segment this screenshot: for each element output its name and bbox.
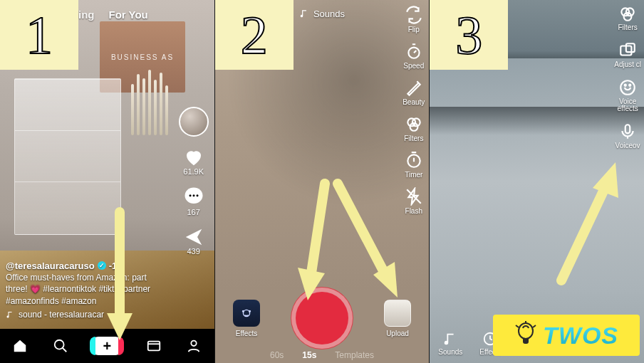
flash-label: Flash <box>405 207 422 215</box>
username: @teresalauracaruso <box>6 260 95 273</box>
sounds-label: Sounds <box>438 348 462 356</box>
music-note-icon <box>299 9 309 19</box>
svg-rect-21 <box>626 43 635 52</box>
effects-icon <box>233 300 260 327</box>
tab-60s[interactable]: 60s <box>270 350 284 360</box>
step-badge-1: 1 <box>0 0 78 70</box>
twos-watermark: TWOS <box>493 315 640 356</box>
voice-effects-icon <box>618 78 637 97</box>
svg-point-16 <box>249 310 251 312</box>
duration-tabs: 60s 15s Templates <box>215 350 430 360</box>
filters-icon <box>405 115 423 133</box>
filters-button[interactable]: Filters <box>618 4 638 31</box>
adjust-clips-button[interactable]: Adjust cl <box>614 41 641 68</box>
svg-point-8 <box>408 48 419 58</box>
tab-15s[interactable]: 15s <box>302 350 316 360</box>
svg-point-11 <box>410 123 417 131</box>
decor-pens <box>110 57 189 135</box>
annotation-arrow-to-upload <box>329 178 407 306</box>
microphone-icon <box>618 122 637 141</box>
voice-effects-button[interactable]: Voice effects <box>617 78 638 112</box>
share-count: 439 <box>187 247 199 256</box>
voiceover-label: Voiceov <box>616 142 640 149</box>
flip-icon <box>405 6 423 24</box>
speed-button[interactable]: Speed <box>403 42 424 70</box>
sound-row[interactable]: sound - teresalauracar <box>6 309 172 320</box>
home-icon <box>12 338 28 354</box>
music-note-icon <box>6 310 14 319</box>
timer-button[interactable]: Timer <box>405 151 423 179</box>
author-avatar[interactable] <box>179 107 209 137</box>
svg-point-1 <box>189 194 191 196</box>
svg-line-28 <box>516 325 519 327</box>
tab-templates[interactable]: Templates <box>335 350 374 360</box>
sound-name: sound - teresalauracar <box>19 309 104 320</box>
svg-rect-6 <box>148 342 160 351</box>
svg-point-19 <box>624 13 632 21</box>
comment-icon <box>183 186 204 207</box>
timer-label: Timer <box>405 171 422 179</box>
nav-home[interactable] <box>12 338 28 354</box>
flip-label: Flip <box>408 26 420 33</box>
panel-1-feed: BUSINESS AS 1 ing For You 61.9K 167 <box>0 0 214 363</box>
effects-label: Effects <box>233 330 260 337</box>
svg-point-15 <box>243 310 244 312</box>
inbox-icon <box>146 338 162 354</box>
upload-label: Upload <box>384 330 411 337</box>
panel-3-editor: 3 Filters Adjust cl Voice effects Voiceo… <box>429 0 644 363</box>
lightbulb-icon <box>514 321 537 349</box>
annotation-arrow-down <box>100 206 140 349</box>
caption-line: #amazonfinds #amazon <box>6 295 172 307</box>
timer-icon <box>405 151 423 169</box>
music-note-icon <box>442 331 458 347</box>
nav-discover[interactable] <box>53 338 68 354</box>
panel-2-camera: 2 Sounds Flip Speed Beauty Filters Timer <box>214 0 430 363</box>
feed-action-rail: 61.9K 167 439 <box>179 107 209 256</box>
svg-point-22 <box>620 80 635 95</box>
filters-icon <box>618 4 637 23</box>
svg-point-7 <box>192 341 197 346</box>
speed-icon <box>405 42 423 60</box>
editor-tool-rail: Filters Adjust cl Voice effects Voiceov <box>614 4 641 149</box>
step-badge-2: 2 <box>215 0 294 70</box>
effects-button[interactable]: Effects <box>233 300 260 337</box>
svg-point-4 <box>55 340 64 349</box>
filters-button[interactable]: Filters <box>404 115 423 142</box>
like-count: 61.9K <box>183 167 204 176</box>
username-row[interactable]: @teresalauracaruso -12 <box>6 260 172 273</box>
svg-line-29 <box>533 325 536 327</box>
feed-caption: @teresalauracaruso -12 Office must-haves… <box>6 260 172 320</box>
step-badge-3: 3 <box>430 0 508 70</box>
nav-me[interactable] <box>186 338 202 354</box>
sounds-button[interactable]: Sounds <box>438 331 462 356</box>
tab-for-you[interactable]: For You <box>102 9 155 21</box>
editor-bottom-row: Sounds Effects <box>438 331 501 356</box>
adjust-clips-label: Adjust cl <box>614 60 641 68</box>
voice-effects-label-2: effects <box>617 105 638 112</box>
share-icon <box>183 226 204 246</box>
decor-shoreline <box>430 107 644 135</box>
share-button[interactable]: 439 <box>183 226 204 256</box>
voiceover-button[interactable]: Voiceov <box>616 122 640 149</box>
beauty-label: Beauty <box>402 98 425 106</box>
caption-line: Office must-haves from Amazon: part <box>6 272 172 283</box>
adjust-clips-icon <box>618 41 637 60</box>
like-button[interactable]: 61.9K <box>183 147 204 176</box>
filters-label: Filters <box>618 23 638 31</box>
heart-icon <box>183 147 204 167</box>
svg-point-3 <box>196 194 198 196</box>
search-icon <box>53 338 68 354</box>
sounds-label: Sounds <box>313 9 345 19</box>
filters-label: Filters <box>404 135 423 142</box>
beauty-button[interactable]: Beauty <box>402 78 425 106</box>
caption-line: three! 💗 #learnontiktok #tiktokpartner <box>6 283 172 295</box>
nav-inbox[interactable] <box>146 338 162 354</box>
svg-point-24 <box>629 85 630 86</box>
svg-point-2 <box>192 194 194 196</box>
speed-label: Speed <box>403 62 424 70</box>
beauty-icon <box>405 78 423 97</box>
comment-button[interactable]: 167 <box>183 186 204 216</box>
flip-button[interactable]: Flip <box>405 6 423 33</box>
svg-line-5 <box>63 348 67 352</box>
annotation-arrow-to-voiceover <box>547 154 625 289</box>
